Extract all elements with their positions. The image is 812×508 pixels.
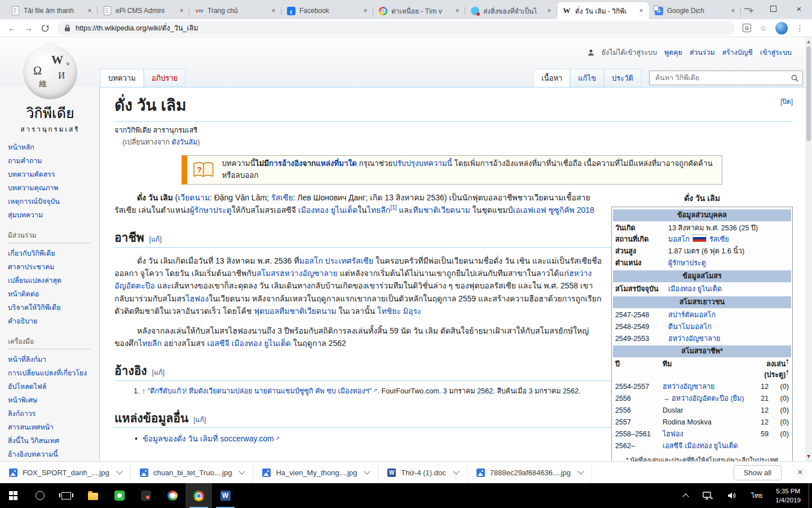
download-item[interactable]: 7888ec29af684636....jpg: [467, 462, 592, 483]
ref-backlink[interactable]: ↑: [142, 387, 145, 395]
wiki-link[interactable]: ประเทศรัสเซีย: [325, 256, 373, 265]
profile-avatar[interactable]: [775, 22, 788, 34]
wiki-link[interactable]: ไฮฟอง: [186, 294, 209, 303]
back-button[interactable]: ←: [5, 20, 20, 36]
sidebar-link[interactable]: อัปโหลดไฟล์: [8, 379, 99, 393]
taskbar-clock[interactable]: 5:35 PM 1/4/2019: [770, 487, 806, 505]
browser-tab[interactable]: ส่งสิ่งของที่จำเป็นไ ×: [465, 2, 557, 19]
volume-tray-button[interactable]: [720, 483, 744, 508]
minimize-button[interactable]: [734, 0, 760, 17]
wiki-link[interactable]: ไทยลีก: [138, 339, 162, 348]
wiki-link[interactable]: ดีนาโมมอสโก: [668, 323, 712, 331]
wiki-link[interactable]: เมืองทอง ยูไนเต็ด: [668, 285, 722, 293]
sidebar-link[interactable]: ลิงก์ถาวร: [8, 406, 99, 420]
login-link[interactable]: เข้าสู่ระบบ: [760, 47, 792, 58]
wiki-link[interactable]: แหล่งที่มาใด: [316, 159, 357, 168]
browser-tab[interactable]: Tải file âm thanh ×: [6, 2, 98, 19]
tab-close-icon[interactable]: ×: [361, 6, 370, 15]
scroll-up-arrow-icon[interactable]: [807, 40, 810, 43]
edit-section-link[interactable]: แก้: [151, 235, 160, 243]
wiki-link[interactable]: ผู้รักษาประตู: [189, 205, 231, 214]
sidebar-link[interactable]: หน้าหลัก: [8, 140, 99, 154]
sidebar-link[interactable]: สารสนเทศหน้า: [8, 420, 99, 433]
reload-button[interactable]: [37, 20, 52, 36]
scroll-down-arrow-icon[interactable]: [807, 455, 810, 458]
tab-close-icon[interactable]: ×: [177, 6, 186, 15]
download-item[interactable]: Ha_vien_My_thong....jpg: [253, 462, 378, 483]
chevron-down-icon[interactable]: [362, 467, 372, 478]
scrollbar-thumb[interactable]: [806, 46, 811, 141]
reference-link[interactable]: [1]: [390, 204, 396, 211]
show-desktop-button[interactable]: [809, 483, 812, 508]
sidebar-link[interactable]: ถามคำถาม: [8, 154, 99, 167]
chrome-taskbar-button[interactable]: [186, 483, 212, 508]
chevron-down-icon[interactable]: [237, 467, 247, 478]
tab-discussion[interactable]: อภิปราย: [144, 69, 186, 87]
create-account-link[interactable]: สร้างบัญชี: [722, 47, 753, 58]
close-window-button[interactable]: ×: [786, 0, 812, 17]
show-all-downloads-button[interactable]: Show all: [734, 465, 782, 480]
wiki-link[interactable]: เวียดนาม: [178, 193, 210, 202]
sidebar-link[interactable]: บทความคัดสรร: [8, 167, 99, 181]
sidebar-link[interactable]: หน้าที่ลิงก์มา: [8, 352, 99, 366]
search-icon[interactable]: [791, 75, 798, 82]
browser-tab[interactable]: G Google Dịch ×: [649, 2, 741, 19]
wiki-link[interactable]: สโมสรฮหว่างอัญซาลาย: [257, 269, 338, 278]
wiki-link[interactable]: รัสเซีย: [271, 193, 293, 202]
page-scrollbar[interactable]: [805, 37, 812, 461]
close-downloads-bar-icon[interactable]: ×: [788, 467, 812, 478]
wiki-link[interactable]: รัสเซีย: [709, 235, 729, 243]
cortana-button[interactable]: [27, 483, 53, 508]
edit-section-link[interactable]: แก้: [196, 416, 204, 424]
wiki-link[interactable]: เอเอฟเอฟ ซูซูกิคัพ 2018: [513, 205, 594, 214]
pinned-app-ring-button[interactable]: [159, 483, 186, 508]
pinned-app-green-button[interactable]: [106, 483, 133, 508]
wiki-link[interactable]: มอสโก: [299, 256, 323, 265]
close-notice-link[interactable]: ปิด: [782, 98, 791, 106]
tab-close-icon[interactable]: ×: [545, 6, 554, 15]
wiki-link[interactable]: เอสซีจี เมืองทอง ยูไนเต็ด: [207, 339, 291, 348]
wikipedia-logo[interactable]: ΩWИ維ч วิกิพีเดีย สารานุกรมเสรี: [8, 45, 92, 134]
talk-link[interactable]: พูดคุย: [664, 47, 682, 58]
browser-tab-active[interactable]: W ดั่ง วัน เลิม - วิกิพีเ ×: [557, 2, 649, 19]
tab-history[interactable]: ประวัติ: [604, 69, 641, 87]
wiki-link[interactable]: เอสซีจี เมืองทอง ยูไนเต็ด: [663, 442, 738, 450]
sidebar-link[interactable]: หน้าติดต่อ: [8, 287, 99, 300]
language-indicator[interactable]: ไทย: [744, 483, 770, 508]
browser-tab[interactable]: f Facebook ×: [281, 2, 373, 19]
contributions-link[interactable]: ส่วนร่วม: [690, 47, 715, 58]
tray-chevron-up-button[interactable]: [676, 483, 695, 508]
redirect-link[interactable]: ดังวันลัม: [171, 138, 197, 146]
sidebar-link[interactable]: สุ่มบทความ: [8, 208, 99, 221]
wiki-link[interactable]: เมืองทอง ยูไนเต็ด: [298, 205, 358, 214]
file-explorer-button[interactable]: [80, 483, 106, 508]
address-bar[interactable]: https://th.wikipedia.org/wiki/ดั่ง_วัน_เ…: [57, 21, 735, 36]
sidebar-link[interactable]: การเปลี่ยนแปลงที่เกี่ยวโยง: [8, 366, 99, 379]
wiki-link[interactable]: ฟุตบอลทีมชาติเวียดนาม: [254, 306, 336, 316]
wiki-link[interactable]: โทชิยะ มิอุระ: [377, 306, 422, 316]
sidebar-link[interactable]: สิ่งนี้ใน วิกิสนเทศ: [8, 433, 99, 447]
word-taskbar-button[interactable]: W: [212, 483, 239, 508]
sidebar-link[interactable]: ศาลาประชาคม: [8, 260, 99, 273]
sidebar-link[interactable]: บริจาคให้วิกิพีเดีย: [8, 300, 99, 314]
soccerway-link[interactable]: ข้อมูลของดั่ง วัน เลิมที่ soccerway.com: [143, 434, 274, 443]
network-tray-button[interactable]: [695, 483, 720, 508]
search-box[interactable]: [649, 71, 803, 85]
wiki-link[interactable]: ไฮฟอง: [663, 430, 683, 438]
sidebar-link[interactable]: เหตุการณ์ปัจจุบัน: [8, 194, 99, 208]
pinned-app-dark-button[interactable]: [133, 483, 159, 508]
tab-article[interactable]: บทความ: [100, 69, 144, 87]
browser-tab[interactable]: VTV Trang chủ ×: [189, 2, 281, 19]
sidebar-link[interactable]: คำอธิบาย: [8, 314, 99, 327]
tab-close-icon[interactable]: ×: [269, 6, 278, 15]
sidebar-link[interactable]: บทความคุณภาพ: [8, 181, 99, 194]
wiki-link[interactable]: มอสโก: [668, 235, 690, 243]
translate-page-icon[interactable]: G: [739, 20, 754, 36]
bookmark-star-icon[interactable]: ☆: [756, 20, 771, 36]
external-ref-link[interactable]: "ดีกรีดับแก้ว! ทีมดังเวียดนามปล่อย นายด่…: [148, 387, 372, 395]
wiki-link[interactable]: ฮหว่างอัญซาลาย: [668, 335, 720, 343]
chevron-down-icon[interactable]: [576, 467, 586, 478]
browser-tab[interactable]: ePi CMS Admini ×: [98, 2, 189, 19]
wiki-link[interactable]: ปรับปรุงบทความนี้: [392, 159, 452, 168]
edit-section-link[interactable]: แก้: [154, 369, 162, 376]
